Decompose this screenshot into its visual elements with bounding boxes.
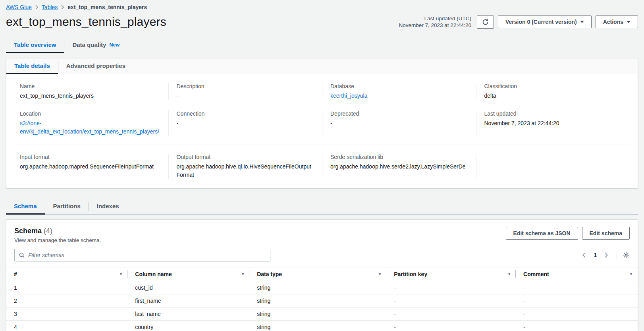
table-details-card: Table details Advanced properties Name e… xyxy=(6,58,638,188)
tab-data-quality[interactable]: Data quality New xyxy=(64,37,127,53)
cell-comment: - xyxy=(516,321,638,331)
table-row: 1 cust_id string - - xyxy=(6,281,638,294)
breadcrumb-link-aws-glue[interactable]: AWS Glue xyxy=(6,4,32,10)
cell-comment: - xyxy=(516,294,638,308)
field-name: Name ext_top_mens_tennis_players xyxy=(14,83,168,100)
settings-button[interactable] xyxy=(623,252,630,259)
schema-header: Schema (4) View and manage the table sch… xyxy=(6,220,638,243)
cell-number: 4 xyxy=(6,321,127,331)
column-header-label: Partition key xyxy=(394,271,427,277)
field-database: Database keerthi_josyula xyxy=(322,83,476,100)
tab-table-details[interactable]: Table details xyxy=(6,58,58,74)
cell-column-name: last_name xyxy=(127,308,249,321)
schema-title: Schema (4) xyxy=(14,227,101,235)
tab-advanced-properties[interactable]: Advanced properties xyxy=(58,58,133,74)
sort-caret-icon[interactable]: ▼ xyxy=(240,272,245,276)
field-last-updated-label: Last updated xyxy=(484,110,622,117)
cell-data-type: string xyxy=(249,321,386,331)
pagination: 1 xyxy=(579,251,630,259)
database-link[interactable]: keerthi_josyula xyxy=(330,93,367,99)
cell-data-type: string xyxy=(249,308,386,321)
field-input-format-value: org.apache.hadoop.mapred.SequenceFileInp… xyxy=(20,163,160,171)
version-dropdown[interactable]: Version 0 (Current version) xyxy=(498,15,592,28)
location-link[interactable]: s3://one-env/kj_delta_ext_location/ext_t… xyxy=(20,120,159,135)
sort-caret-icon[interactable]: ▼ xyxy=(507,272,512,276)
schema-card: Schema (4) View and manage the table sch… xyxy=(6,219,638,331)
field-output-format: Output format org.apache.hadoop.hive.ql.… xyxy=(168,154,322,179)
actions-dropdown-label: Actions xyxy=(603,19,623,25)
breadcrumb-link-tables[interactable]: Tables xyxy=(42,4,58,10)
caret-down-icon xyxy=(627,21,631,23)
cell-partition-key: - xyxy=(386,281,516,294)
last-updated-text: Last updated (UTC) November 7, 2023 at 2… xyxy=(399,15,471,29)
actions-dropdown[interactable]: Actions xyxy=(596,15,638,28)
field-description-value: - xyxy=(177,92,314,100)
refresh-button[interactable] xyxy=(477,15,494,29)
cell-partition-key: - xyxy=(386,321,516,331)
tab-data-quality-label: Data quality xyxy=(72,41,106,48)
field-last-updated: Last updated November 7, 2023 at 22:44:2… xyxy=(476,110,630,136)
field-description: Description - xyxy=(168,83,322,100)
field-empty xyxy=(476,154,630,179)
sort-caret-icon[interactable]: ▼ xyxy=(377,272,382,276)
field-output-format-value: org.apache.hadoop.hive.ql.io.HiveSequenc… xyxy=(177,163,314,179)
refresh-icon xyxy=(482,19,489,25)
column-header-partition-key: Partition key▼ xyxy=(386,267,516,281)
field-deprecated: Deprecated - xyxy=(322,110,476,136)
page: AWS Glue Tables ext_top_mens_tennis_play… xyxy=(0,0,644,331)
details-section: Name ext_top_mens_tennis_players Descrip… xyxy=(6,74,638,145)
breadcrumb-current: ext_top_mens_tennis_players xyxy=(67,4,147,10)
cell-number: 2 xyxy=(6,294,127,308)
edit-schema-button[interactable]: Edit schema xyxy=(582,227,630,240)
chevron-right-icon xyxy=(35,5,38,10)
schema-actions: Edit schema as JSON Edit schema xyxy=(506,227,630,240)
tab-partitions[interactable]: Partitions xyxy=(45,199,89,214)
field-location: Location s3://one-env/kj_delta_ext_locat… xyxy=(14,110,168,136)
column-header-label: Data type xyxy=(257,271,282,277)
page-header: ext_top_mens_tennis_players Last updated… xyxy=(6,15,638,29)
table-row: 2 first_name string - - xyxy=(6,294,638,308)
cell-number: 1 xyxy=(6,281,127,294)
page-title: ext_top_mens_tennis_players xyxy=(6,15,166,29)
schema-count: (4) xyxy=(44,227,52,235)
previous-page-button[interactable] xyxy=(579,251,589,259)
schema-toolbar: 1 xyxy=(6,243,638,261)
column-header-column-name: Column name▼ xyxy=(127,267,249,281)
page-number-button[interactable]: 1 xyxy=(590,251,600,259)
table-row: 3 last_name string - - xyxy=(6,308,638,321)
field-connection-label: Connection xyxy=(177,110,314,117)
table-row: 4 country string - - xyxy=(6,321,638,331)
breadcrumb: AWS Glue Tables ext_top_mens_tennis_play… xyxy=(6,3,638,11)
chevron-right-icon xyxy=(61,5,64,10)
schema-title-text: Schema xyxy=(14,227,42,235)
field-classification-label: Classification xyxy=(484,83,622,89)
next-page-button[interactable] xyxy=(602,251,611,259)
filter-schemas-input[interactable] xyxy=(28,252,266,258)
field-classification: Classification delta xyxy=(476,83,630,100)
field-connection: Connection - xyxy=(168,110,322,136)
field-output-format-label: Output format xyxy=(177,154,314,160)
gear-icon xyxy=(623,252,630,259)
tab-indexes[interactable]: Indexes xyxy=(89,199,127,214)
version-dropdown-label: Version 0 (Current version) xyxy=(505,19,577,25)
filter-box xyxy=(14,249,270,261)
field-serde-value: org.apache.hadoop.hive.serde2.lazy.LazyS… xyxy=(330,163,468,171)
cell-partition-key: - xyxy=(386,308,516,321)
tab-table-overview[interactable]: Table overview xyxy=(6,37,64,53)
table-header-row: #▼ Column name▼ Data type▼ Partition key… xyxy=(6,267,638,281)
caret-down-icon xyxy=(580,21,584,23)
sort-caret-icon[interactable]: ▼ xyxy=(118,272,123,276)
tab-schema[interactable]: Schema xyxy=(6,199,45,214)
column-header-number: #▼ xyxy=(6,267,127,281)
field-classification-value: delta xyxy=(484,92,622,100)
cell-number: 3 xyxy=(6,308,127,321)
field-location-label: Location xyxy=(20,110,160,117)
sort-caret-icon[interactable]: ▼ xyxy=(629,272,634,276)
search-icon xyxy=(19,252,25,258)
field-serde-label: Serde serialization lib xyxy=(330,154,468,160)
cell-data-type: string xyxy=(249,281,386,294)
field-database-label: Database xyxy=(330,83,468,89)
field-description-label: Description xyxy=(177,83,314,89)
schema-description: View and manage the table schema. xyxy=(14,237,101,243)
edit-schema-json-button[interactable]: Edit schema as JSON xyxy=(506,227,578,240)
